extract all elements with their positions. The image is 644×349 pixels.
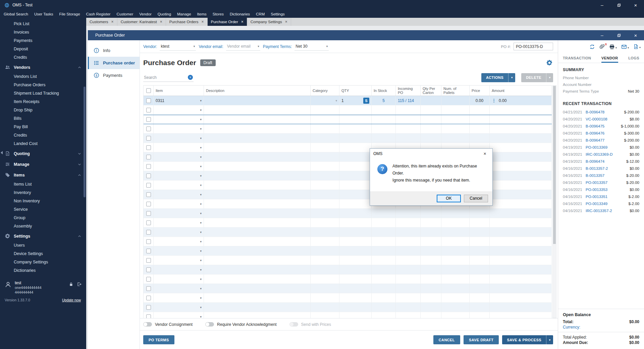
print-button[interactable]: [609, 44, 617, 50]
dropdown-caret-icon[interactable]: [200, 306, 202, 309]
menu-item-user-tasks[interactable]: User Tasks: [31, 10, 56, 18]
sidebar-item-deposit[interactable]: Deposit: [0, 45, 86, 53]
sidebar-section-items[interactable]: Items: [0, 170, 86, 180]
menu-item-crm[interactable]: CRM: [253, 10, 268, 18]
dialog-close-button[interactable]: [477, 149, 492, 159]
dropdown-caret-icon[interactable]: [200, 315, 202, 318]
row-checkbox[interactable]: [146, 220, 151, 225]
sidebar-item-item-receipts[interactable]: Item Receipts: [0, 97, 86, 106]
row-checkbox[interactable]: [146, 155, 151, 159]
po-nav-payments[interactable]: $Payments: [88, 69, 140, 82]
panel-tab-vendor[interactable]: VENDOR: [601, 53, 618, 63]
lock-icon[interactable]: [69, 282, 73, 287]
sidebar-item-vendors-list[interactable]: Vendors List: [0, 72, 86, 81]
export-button[interactable]: [633, 44, 641, 49]
in-stock-link[interactable]: 5: [382, 98, 385, 103]
transaction-link[interactable]: B-0096477: [586, 138, 622, 142]
sidebar-item-credits[interactable]: Credits: [0, 131, 86, 139]
dropdown-caret-icon[interactable]: [200, 99, 202, 102]
row-checkbox[interactable]: [146, 127, 151, 131]
cancel-button-footer[interactable]: CANCEL: [433, 335, 460, 344]
table-scrollbar-thumb[interactable]: [553, 86, 556, 244]
row-checkbox[interactable]: [146, 98, 151, 103]
row-checkbox[interactable]: [146, 230, 151, 235]
dropdown-caret-icon[interactable]: [200, 193, 202, 196]
row-checkbox[interactable]: [146, 183, 151, 188]
dropdown-caret-icon[interactable]: [200, 268, 202, 271]
sidebar-item-payments[interactable]: Payments: [0, 36, 86, 45]
dropdown-caret-icon[interactable]: [200, 108, 202, 112]
table-scrollbar[interactable]: [552, 85, 556, 318]
menu-item-vendor[interactable]: Vendor: [136, 10, 154, 18]
row-checkbox[interactable]: [146, 314, 151, 318]
close-button[interactable]: [627, 0, 644, 10]
sidebar-item-purchase-orders[interactable]: Purchase Orders: [0, 81, 86, 89]
transaction-link[interactable]: B-0013357-2: [586, 166, 628, 170]
table-row-item[interactable]: 03111S5115 / 1140.000.00: [144, 96, 552, 105]
delete-dropdown-icon[interactable]: [546, 73, 553, 82]
transaction-link[interactable]: B-0013357: [586, 173, 624, 178]
sidebar-item-users[interactable]: Users: [0, 241, 86, 249]
ok-button[interactable]: OK: [437, 195, 461, 202]
po-nav-info[interactable]: Info: [88, 44, 140, 57]
row-checkbox[interactable]: [146, 258, 151, 263]
row-checkbox[interactable]: [146, 108, 151, 112]
transaction-link[interactable]: B-0096474: [586, 159, 624, 163]
currency-link[interactable]: Currency:: [563, 325, 639, 330]
dropdown-caret-icon[interactable]: [200, 212, 202, 215]
row-checkbox[interactable]: [146, 202, 151, 206]
row-checkbox[interactable]: [146, 117, 151, 122]
menu-item-settings[interactable]: Settings: [268, 10, 288, 18]
save-process-dropdown-icon[interactable]: [546, 335, 553, 344]
sidebar-item-dictionaries[interactable]: Dictionaries: [0, 266, 86, 275]
actions-dropdown-icon[interactable]: [508, 73, 515, 82]
tab-close-icon[interactable]: [241, 19, 244, 24]
save-draft-button[interactable]: SAVE DRAFT: [464, 335, 499, 344]
sidebar-item-invoices[interactable]: Invoices: [0, 28, 86, 36]
transaction-link[interactable]: B-0096478: [586, 110, 622, 114]
tab-company-settings[interactable]: Company Settings: [247, 18, 291, 26]
menu-item-manage[interactable]: Manage: [174, 10, 194, 18]
tab-close-icon[interactable]: [285, 19, 287, 24]
menu-item-customer[interactable]: Customer: [113, 10, 136, 18]
restore-button[interactable]: [610, 0, 627, 10]
row-checkbox[interactable]: [146, 136, 151, 141]
cancel-button[interactable]: Cancel: [464, 195, 488, 202]
delete-button[interactable]: DELETE: [521, 73, 553, 82]
vendor-email-select[interactable]: Vendor email: [226, 43, 260, 51]
menu-item-cash-register[interactable]: Cash Register: [83, 10, 114, 18]
sidebar-item-drop-ship[interactable]: Drop Ship: [0, 106, 86, 114]
transaction-link[interactable]: B-0096475: [586, 124, 619, 128]
dropdown-caret-icon[interactable]: [200, 202, 202, 206]
transaction-link[interactable]: B-0096476: [586, 131, 622, 135]
tab-customers[interactable]: Customers: [86, 18, 117, 26]
tab-close-icon[interactable]: [202, 19, 204, 24]
transaction-link[interactable]: IRC-0013369-D: [586, 152, 628, 156]
transaction-link[interactable]: PO-0013357: [586, 181, 624, 185]
sidebar-item-service[interactable]: Service: [0, 205, 86, 213]
payment-terms-select[interactable]: Net 30: [294, 43, 329, 51]
dropdown-caret-icon[interactable]: [200, 231, 202, 234]
po-number-input[interactable]: PO-0013375-D: [514, 43, 553, 50]
dropdown-caret-icon[interactable]: [200, 174, 202, 178]
sidebar-item-bills[interactable]: Bills: [0, 114, 86, 122]
row-checkbox[interactable]: [146, 192, 151, 197]
dropdown-caret-icon[interactable]: [200, 184, 202, 187]
sidebar-item-non-inventory[interactable]: Non Inventory: [0, 197, 86, 205]
row-checkbox[interactable]: [146, 305, 151, 310]
panel-tab-transaction[interactable]: TRANSACTION: [563, 53, 591, 63]
row-checkbox[interactable]: [146, 286, 151, 291]
row-checkbox[interactable]: [146, 145, 151, 150]
transaction-link[interactable]: PO-0013351: [586, 195, 626, 199]
panel-tab-logs[interactable]: LOGS: [628, 53, 639, 63]
toggle-send-with-prices[interactable]: Send with Prices: [289, 322, 331, 327]
sidebar-item-company-settings[interactable]: Company Settings: [0, 258, 86, 266]
sidebar-item-pick-list[interactable]: Pick List: [0, 19, 86, 28]
sidebar-item-pay-bill[interactable]: Pay Bill: [0, 122, 86, 131]
update-now-link[interactable]: Update now: [62, 298, 81, 302]
save-process-button[interactable]: SAVE & PROCESS: [502, 335, 553, 344]
dropdown-caret-icon[interactable]: [200, 221, 202, 225]
transaction-link[interactable]: IRC-0013357-2: [586, 209, 628, 213]
table-settings-gear-icon[interactable]: [546, 60, 552, 66]
clear-search-icon[interactable]: [188, 75, 193, 80]
